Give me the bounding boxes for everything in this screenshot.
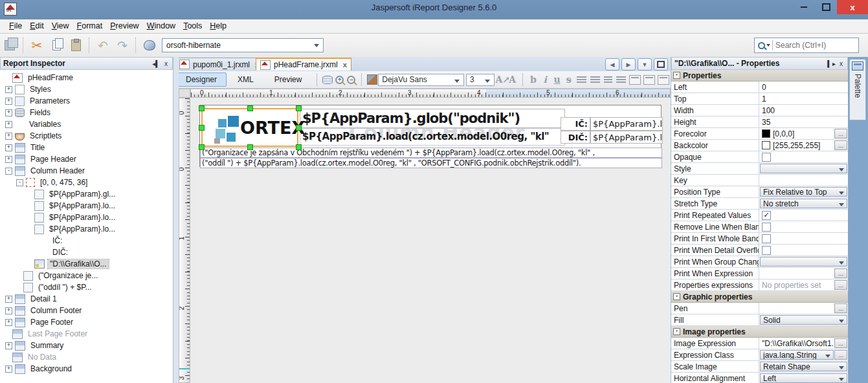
tree-expander[interactable]: + <box>5 366 12 373</box>
checkbox[interactable]: ✓ <box>762 211 771 220</box>
tree-item[interactable]: +Styles <box>0 83 173 95</box>
property-value[interactable] <box>759 245 848 256</box>
dropdown[interactable]: Retain Shape <box>760 362 847 371</box>
selection-handle[interactable] <box>199 125 205 131</box>
textfield-dic-value[interactable]: $P{AppParam}.l <box>590 131 663 144</box>
property-value[interactable]: "D:\\Grafika\\Orsoft1...... <box>759 338 848 349</box>
align-right-button[interactable] <box>614 73 628 86</box>
textfield-ic-value[interactable]: $P{AppParam}.l <box>590 117 663 131</box>
align-justify-button[interactable] <box>588 73 602 86</box>
property-value[interactable] <box>759 256 848 267</box>
tree-item[interactable]: -Column Header <box>0 165 173 177</box>
close-panel-icon[interactable]: x <box>162 60 170 67</box>
tree-item[interactable]: +Fields <box>0 107 173 118</box>
connection-button[interactable] <box>141 38 158 53</box>
menu-item-window[interactable]: Window <box>143 19 179 32</box>
increase-font-button[interactable]: A↗ <box>495 73 506 86</box>
tab-list-dropdown-button[interactable]: ▼ <box>638 58 652 71</box>
tree-expander[interactable]: + <box>5 342 12 349</box>
dropdown[interactable]: Left <box>760 373 847 383</box>
font-size-combobox[interactable]: 3 <box>466 74 495 86</box>
menu-item-file[interactable]: File <box>5 19 26 32</box>
view-xml-button[interactable]: XML <box>228 72 263 87</box>
menu-item-help[interactable]: Help <box>206 19 230 32</box>
ellipsis-button[interactable]: ... <box>834 268 847 278</box>
tree-item[interactable]: +Title <box>0 142 173 153</box>
property-value[interactable]: Retain Shape <box>759 361 848 372</box>
property-value[interactable]: [0,0,0]... <box>759 128 848 139</box>
ellipsis-button[interactable]: ... <box>834 140 847 150</box>
dropdown[interactable]: Solid <box>760 315 847 325</box>
tree-expander[interactable]: - <box>16 179 23 186</box>
palette-tab[interactable]: Palette <box>849 59 866 120</box>
undo-button[interactable]: ↶ <box>95 38 111 53</box>
ellipsis-button[interactable]: ... <box>834 338 847 348</box>
property-value[interactable]: ... <box>759 303 848 314</box>
tree-item[interactable]: $P{AppParam}.lo... <box>0 223 173 235</box>
checkbox[interactable] <box>762 246 771 255</box>
tree-item[interactable]: +Summary <box>0 340 173 351</box>
zoom-out-button[interactable]: – <box>346 73 357 86</box>
property-value[interactable]: Fix Relative to Top <box>759 186 848 197</box>
tree-item[interactable]: DIČ: <box>0 246 173 258</box>
align-center-button[interactable] <box>602 73 614 86</box>
report-options-button[interactable] <box>366 73 378 86</box>
property-value[interactable]: No stretch <box>759 198 848 209</box>
close-panel-icon[interactable]: x <box>838 60 845 67</box>
tree-expander[interactable]: + <box>5 133 12 140</box>
menu-item-format[interactable]: Format <box>73 19 107 32</box>
close-button[interactable]: x <box>837 0 868 14</box>
selection-handle[interactable] <box>296 144 302 150</box>
bold-button[interactable]: b <box>528 73 539 86</box>
search-box[interactable] <box>754 38 859 53</box>
label-dic[interactable]: DIČ: <box>561 131 590 144</box>
redo-button[interactable]: ↷ <box>114 38 131 53</box>
search-options-caret-icon[interactable] <box>766 44 770 47</box>
property-value[interactable] <box>759 163 848 174</box>
property-value[interactable]: No properties set... <box>759 279 848 290</box>
dropdown[interactable]: java.lang.String <box>760 350 834 360</box>
tree-expander[interactable]: + <box>5 319 12 326</box>
tree-item[interactable]: +Background <box>0 363 173 375</box>
tree-item[interactable]: $P{AppParam}.lo... <box>0 200 173 212</box>
tree-item[interactable]: +Page Footer <box>0 316 173 328</box>
label-ic[interactable]: IČ: <box>561 117 590 131</box>
connection-combobox[interactable]: orsoft-hibernate <box>162 38 324 52</box>
tree-item[interactable]: +Scriptlets <box>0 130 173 142</box>
tree-item[interactable]: +Variables <box>0 118 173 130</box>
expand-panel-icon[interactable]: ▍▸ <box>825 60 838 67</box>
font-name-combobox[interactable]: DejaVu Sans <box>378 74 464 86</box>
ellipsis-button[interactable]: ... <box>834 129 847 138</box>
cut-button[interactable]: ✂ <box>28 38 45 53</box>
tab-pupom0i_1[interactable]: pupom0i_1.jrxml x <box>175 58 263 71</box>
save-all-button[interactable] <box>1 38 18 53</box>
textfield-register-line1[interactable]: ("Organizace je zapsána v Obchodním rejs… <box>200 148 662 158</box>
dropdown[interactable]: Fix Relative to Top <box>760 187 847 197</box>
ellipsis-button[interactable]: ... <box>834 280 847 290</box>
align-top-button[interactable] <box>628 73 642 86</box>
tree-item[interactable]: IČ: <box>0 235 173 246</box>
tree-item[interactable]: +Parameters <box>0 95 173 107</box>
tree-item[interactable]: Last Page Footer <box>0 328 173 340</box>
tree-item[interactable]: -[0, 0, 475, 36] <box>0 177 173 188</box>
search-input[interactable] <box>772 40 853 50</box>
tree-expander[interactable]: + <box>5 296 12 303</box>
paste-button[interactable] <box>67 38 84 53</box>
minimize-button[interactable] <box>793 0 815 14</box>
dropdown[interactable] <box>760 257 847 267</box>
checkbox[interactable] <box>762 234 771 243</box>
tree-item[interactable]: No Data <box>0 351 173 363</box>
property-value[interactable]: Solid <box>759 314 848 325</box>
collapse-section-icon[interactable]: - <box>673 72 680 79</box>
tree-expander[interactable]: + <box>5 121 12 128</box>
textfield-register-line2[interactable]: ("oddíl ") + $P{AppParam}.load(cz.ortex.… <box>200 158 662 168</box>
tree-item[interactable]: "D:\\Grafika\\O... <box>0 258 173 270</box>
menu-item-view[interactable]: View <box>48 19 73 32</box>
view-preview-button[interactable]: Preview <box>265 72 312 87</box>
property-value[interactable]: 100 <box>759 105 848 116</box>
tree-expander[interactable]: + <box>5 109 12 116</box>
ellipsis-button[interactable]: ... <box>834 350 847 360</box>
checkbox[interactable] <box>762 153 771 162</box>
scroll-tabs-right-button[interactable]: ▶ <box>621 58 636 71</box>
tree-item[interactable]: +Page Header <box>0 153 173 165</box>
